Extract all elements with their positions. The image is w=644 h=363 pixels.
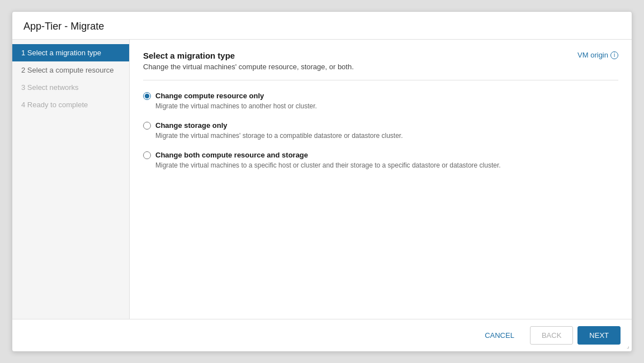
radio-desc-storage-only: Migrate the virtual machines' storage to… [155, 132, 618, 140]
radio-input-storage-only[interactable] [143, 122, 151, 130]
radio-desc-both: Migrate the virtual machines to a specif… [155, 161, 618, 169]
radio-label-compute-only[interactable]: Change compute resource only [143, 92, 618, 100]
sidebar-item-step1[interactable]: 1 Select a migration type [12, 44, 129, 61]
dialog-title: App-Tier - Migrate [12, 12, 632, 40]
sidebar-item-step2: 2 Select a compute resource [12, 61, 129, 79]
radio-label-both[interactable]: Change both compute resource and storage [143, 151, 618, 159]
radio-option-storage-only: Change storage only Migrate the virtual … [143, 121, 618, 140]
section-divider [143, 80, 618, 80]
next-button[interactable]: NEXT [577, 326, 621, 345]
vm-origin-link[interactable]: VM origin i [577, 51, 618, 59]
radio-input-both[interactable] [143, 151, 151, 159]
radio-option-compute-only: Change compute resource only Migrate the… [143, 92, 618, 110]
resize-indicator: ⌟ [627, 343, 629, 349]
dialog-body: 1 Select a migration type 2 Select a com… [12, 40, 632, 319]
migrate-dialog: App-Tier - Migrate 1 Select a migration … [12, 11, 632, 352]
radio-input-compute-only[interactable] [143, 92, 151, 100]
sidebar: 1 Select a migration type 2 Select a com… [12, 40, 130, 319]
sidebar-item-step3: 3 Select networks [12, 79, 129, 96]
radio-label-storage-only[interactable]: Change storage only [143, 121, 618, 130]
section-subtitle: Change the virtual machines' compute res… [143, 63, 618, 71]
back-button[interactable]: BACK [530, 326, 573, 345]
sidebar-item-step4: 4 Ready to complete [12, 96, 129, 113]
section-title: Select a migration type [143, 51, 235, 60]
dialog-footer: CANCEL BACK NEXT [12, 319, 632, 351]
radio-desc-compute-only: Migrate the virtual machines to another … [155, 102, 618, 110]
info-icon: i [610, 51, 618, 59]
main-content: Select a migration type VM origin i Chan… [130, 40, 632, 319]
cancel-button[interactable]: CANCEL [473, 327, 525, 344]
radio-option-both: Change both compute resource and storage… [143, 151, 618, 169]
content-header: Select a migration type VM origin i [143, 51, 618, 60]
